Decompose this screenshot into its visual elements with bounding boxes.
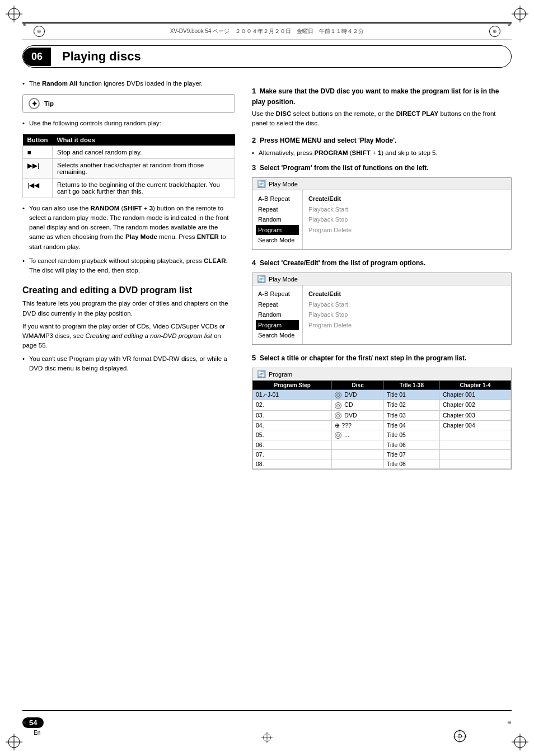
reg-mark-tr [512, 6, 528, 22]
pm-item-repeat-2: Repeat [258, 299, 297, 310]
program-panel-title: Program [269, 371, 292, 378]
prog-chapter-7 [439, 450, 510, 459]
prog-disc-8 [332, 459, 384, 469]
file-info-text: XV-DV9.book 54 ページ ２００４年２月２０日 金曜日 午前１１時４… [49, 27, 485, 35]
prog-disc-6 [332, 440, 384, 450]
chapter-num: 06 [23, 48, 51, 66]
play-mode-header-1: 🔄 Play Mode [252, 178, 511, 190]
play-mode-title-1: Play Mode [269, 181, 298, 187]
prog-title-7: Title 07 [383, 450, 439, 459]
reg-mark-br [512, 734, 528, 750]
left-column: The Random All function ignores DVDs loa… [22, 79, 235, 477]
prog-disc-1: DVD [332, 390, 384, 400]
prog-row-4: 04. ⊕ ??? Title 04 Chapter 004 [253, 420, 511, 430]
step2-bullet: Alternatively, press PROGRAM (SHIFT + 1)… [252, 148, 512, 158]
prog-row-5: 05. ... Title 05 [253, 430, 511, 440]
prog-chapter-3: Chapter 003 [439, 410, 510, 420]
prog-title-8: Title 08 [383, 459, 439, 469]
prog-step-1: 01.⌐J-01 [253, 390, 332, 400]
play-mode-right-2: Create/Edit Playback Start Playback Stop… [303, 285, 357, 344]
button-desc-1: Stop and cancel random play. [53, 145, 235, 158]
play-mode-body-1: A-B Repeat Repeat Random Program Search … [252, 190, 511, 249]
pm-item-program-2: Program [256, 320, 299, 331]
chapter-title: Playing discs [51, 46, 152, 67]
prog-chapter-1: Chapter 001 [439, 390, 510, 400]
pm-right-delete-1: Program Delete [308, 225, 352, 236]
pm-item-search-2: Search Mode [258, 330, 297, 341]
play-mode-title-2: Play Mode [269, 276, 298, 283]
button-symbol-3: |◀◀ [23, 178, 53, 198]
table-header-button: Button [23, 134, 53, 146]
prog-disc-2: CD [332, 400, 384, 410]
prog-row-8: 08. Title 08 [253, 459, 511, 469]
step1-heading: 1 Make sure that the DVD disc you want t… [252, 86, 512, 107]
prog-row-1: 01.⌐J-01 DVD Title 01 Chapter 001 [253, 390, 511, 400]
button-desc-3: Returns to the beginning of the current … [53, 178, 235, 198]
bullet-random-all: The Random All function ignores DVDs loa… [22, 79, 235, 88]
prog-col-step: Program Step [253, 381, 332, 390]
reg-mark-bl [6, 734, 22, 750]
prog-chapter-8 [439, 459, 510, 469]
pm-right-delete-2: Program Delete [308, 320, 352, 331]
prog-row-3: 03. DVD Title 03 Chapter 003 [253, 410, 511, 420]
tip-box: ✦ Tip [22, 94, 235, 113]
prog-step-6: 06. [253, 440, 332, 450]
pm-item-ab-1: A-B Repeat [258, 194, 297, 204]
disc-decoration-right: ⊕ [489, 26, 500, 37]
tip-icon: ✦ [29, 98, 40, 109]
bottom-reg-right: ⊕ [507, 720, 512, 725]
pm-item-ab-2: A-B Repeat [258, 289, 297, 299]
prog-row-6: 06. Title 06 [253, 440, 511, 450]
step3-heading: 3 Select 'Program' from the list of func… [252, 162, 512, 173]
play-mode-panel-2: 🔄 Play Mode A-B Repeat Repeat Random Pro… [252, 273, 512, 345]
prog-col-disc: Disc [332, 381, 384, 390]
pm-item-search-1: Search Mode [258, 235, 297, 246]
page-lang: En [34, 730, 40, 736]
prog-step-4: 04. [253, 420, 332, 430]
prog-step-8: 08. [253, 459, 332, 469]
bottom-reg-left: ⊕ [22, 720, 27, 725]
step1-para: Use the DISC select buttons on the remot… [252, 109, 512, 129]
button-desc-2: Selects another track/chapter at random … [53, 158, 235, 178]
prog-title-6: Title 06 [383, 440, 439, 450]
button-symbol-1: ■ [23, 145, 53, 158]
disc-decoration-left: ⊕ [34, 26, 45, 37]
section-para1: This feature lets you program the play o… [22, 299, 235, 318]
bullet-random-shift: You can also use the RANDOM (SHIFT + 3) … [22, 204, 235, 252]
section-para2: If you want to program the play order of… [22, 322, 235, 351]
play-mode-left-1: A-B Repeat Repeat Random Program Search … [252, 190, 303, 249]
step2-heading: 2 Press HOME MENU and select 'Play Mode'… [252, 135, 512, 146]
prog-title-3: Title 03 [383, 410, 439, 420]
program-panel-header: 🔄 Program [252, 368, 511, 381]
prog-col-title: Title 1-38 [383, 381, 439, 390]
tip-label: Tip [44, 100, 54, 107]
center-bottom-reg [261, 732, 273, 745]
prog-disc-7 [332, 450, 384, 459]
program-table: Program Step Disc Title 1-38 Chapter 1-4… [252, 381, 511, 469]
pm-right-create-1: Create/Edit [308, 194, 352, 204]
table-header-desc: What it does [53, 134, 235, 146]
page-header: ⊕ XV-DV9.book 54 ページ ２００４年２月２０日 金曜日 午前１１… [22, 22, 512, 40]
prog-disc-3: DVD [332, 410, 384, 420]
table-row: ▶▶| Selects another track/chapter at ran… [23, 158, 235, 178]
prog-disc-5: ... [332, 430, 384, 440]
prog-title-2: Title 02 [383, 400, 439, 410]
table-row: ■ Stop and cancel random play. [23, 145, 235, 158]
pm-right-stop-2: Playback Stop [308, 309, 352, 320]
play-mode-body-2: A-B Repeat Repeat Random Program Search … [252, 285, 511, 344]
prog-step-2: 02. [253, 400, 332, 410]
pm-item-program-1: Program [256, 225, 299, 236]
pm-right-stop-1: Playback Stop [308, 214, 352, 225]
pm-right-create-2: Create/Edit [308, 289, 352, 299]
pm-item-random-2: Random [258, 309, 297, 320]
reg-mark-tl [6, 6, 22, 22]
top-reg-right: ⊕ [507, 21, 512, 27]
button-symbol-2: ▶▶| [23, 158, 53, 178]
tip-bullet: Use the following controls during random… [22, 119, 235, 128]
step4-heading: 4 Select 'Create/Edit' from the list of … [252, 257, 512, 269]
prog-title-4: Title 04 [383, 420, 439, 430]
controls-table: Button What it does ■ Stop and cancel ra… [22, 134, 235, 198]
bullet-clear: To cancel random playback without stoppi… [22, 256, 235, 276]
bullet-vr-format: You can't use Program play with VR forma… [22, 354, 235, 374]
chapter-heading: 06 Playing discs [22, 45, 512, 68]
